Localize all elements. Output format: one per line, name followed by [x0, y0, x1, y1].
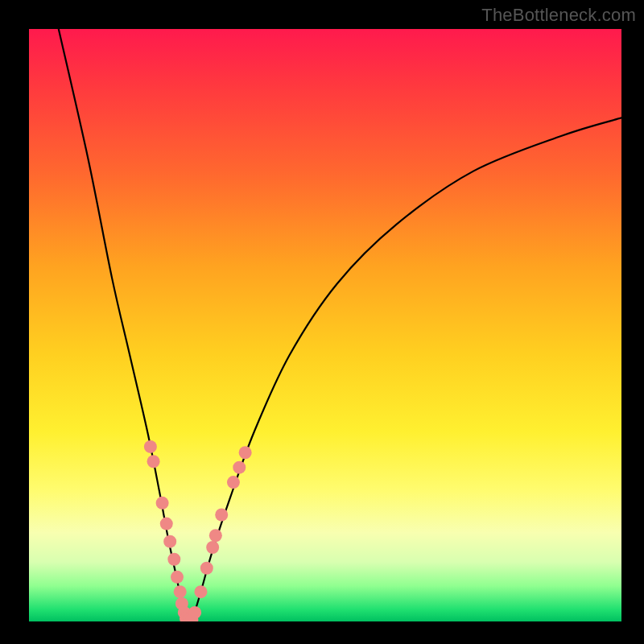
highlight-dot — [194, 585, 207, 598]
highlight-dot — [206, 541, 219, 554]
highlight-dot — [188, 606, 201, 619]
chart-plot-area — [29, 29, 621, 621]
chart-svg — [29, 29, 621, 621]
highlight-dot — [209, 529, 222, 542]
highlight-dot — [144, 440, 157, 453]
highlight-dot — [215, 509, 228, 522]
highlight-dot — [167, 553, 180, 566]
curve-right-branch — [192, 118, 621, 621]
highlight-dot — [227, 476, 240, 489]
highlight-dot — [239, 446, 252, 459]
chart-frame: TheBottleneck.com — [0, 0, 644, 644]
highlight-dot — [174, 585, 187, 598]
highlight-dot — [233, 461, 246, 474]
highlight-dot — [200, 562, 213, 575]
curve-left-branch — [59, 29, 186, 621]
watermark-text: TheBottleneck.com — [481, 5, 636, 26]
highlight-dot — [156, 497, 169, 510]
highlight-dot — [163, 535, 176, 548]
highlight-dot — [171, 571, 184, 584]
highlight-dot — [160, 518, 173, 530]
highlight-dot — [147, 455, 160, 468]
